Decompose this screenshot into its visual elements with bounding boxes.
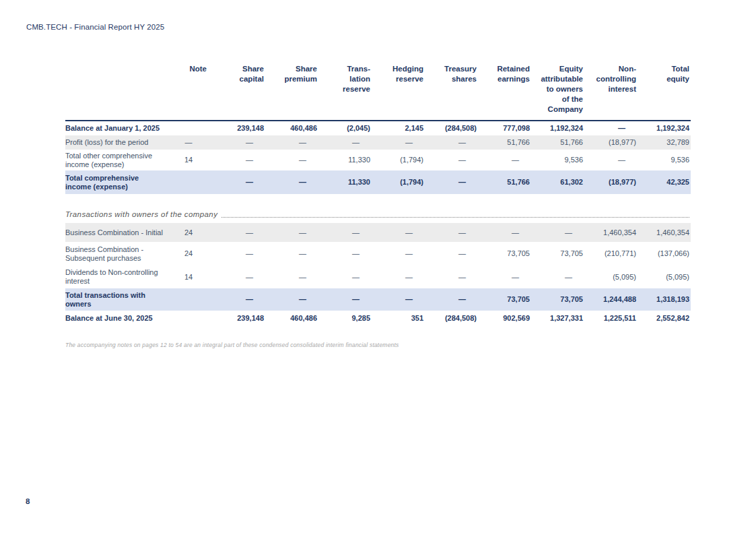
section-spacer: [65, 194, 691, 206]
value-cell: —: [212, 288, 265, 311]
value-cell: —: [372, 135, 425, 150]
value-cell: —: [372, 223, 425, 242]
value-cell: 9,285: [318, 311, 372, 326]
column-header-share-capital: Share capital: [212, 63, 265, 121]
column-header-translation-reserve: Trans- lation reserve: [318, 63, 372, 121]
value-cell: 9,536: [531, 150, 584, 170]
note-cell: 24: [174, 223, 212, 242]
dotted-divider: [221, 217, 689, 218]
section-label: Transactions with owners of the company: [65, 210, 221, 220]
value-cell: 73,705: [531, 242, 584, 265]
section-header-row: Transactions with owners of the company: [65, 206, 691, 223]
value-cell: 73,705: [478, 288, 531, 311]
value-cell: 51,766: [531, 135, 584, 150]
value-cell: 1,327,331: [531, 311, 584, 326]
value-cell: —: [265, 242, 318, 265]
table-row-dividends-nci: Dividends to Non-controlling interest 14…: [65, 265, 691, 288]
value-cell: 1,192,324: [638, 121, 691, 135]
value-cell: (1,794): [372, 170, 425, 194]
value-cell: (18,977): [584, 170, 638, 194]
value-cell: —: [425, 170, 478, 194]
value-cell: —: [372, 288, 425, 311]
table-row-balance-june: Balance at June 30, 2025 239,148 460,486…: [65, 311, 691, 326]
value-cell: 9,536: [638, 150, 691, 170]
value-cell: 42,325: [638, 170, 691, 194]
value-cell: (5,095): [638, 265, 691, 288]
value-cell: 32,789: [638, 135, 691, 150]
value-cell: 1,318,193: [638, 288, 691, 311]
table-row-business-combination-initial: Business Combination - Initial 24 — — — …: [65, 223, 691, 242]
value-cell: (284,508): [425, 311, 478, 326]
value-cell: —: [265, 288, 318, 311]
value-cell: 351: [372, 311, 425, 326]
equity-table: Note Share capital Share premium Trans- …: [65, 63, 691, 326]
value-cell: —: [265, 170, 318, 194]
value-cell: 777,098: [478, 121, 531, 135]
value-cell: —: [584, 121, 638, 135]
row-label: Total comprehensive income (expense): [65, 170, 174, 194]
value-cell: —: [425, 135, 478, 150]
table-row-profit-loss: Profit (loss) for the period — — — — — —…: [65, 135, 691, 150]
column-header-hedging-reserve: Hedging reserve: [372, 63, 425, 121]
value-cell: —: [318, 135, 372, 150]
value-cell: (137,066): [638, 242, 691, 265]
note-cell: 24: [174, 242, 212, 265]
value-cell: (210,771): [584, 242, 638, 265]
value-cell: —: [478, 150, 531, 170]
column-header-non-controlling-interest: Non- controlling interest: [584, 63, 638, 121]
table-header: Note Share capital Share premium Trans- …: [65, 63, 691, 121]
column-header-equity-attributable: Equity attributable to owners of the Com…: [531, 63, 584, 121]
value-cell: —: [265, 223, 318, 242]
value-cell: 51,766: [478, 135, 531, 150]
value-cell: —: [265, 150, 318, 170]
column-header-total-equity: Total equity: [638, 63, 691, 121]
value-cell: —: [425, 265, 478, 288]
value-cell: —: [531, 223, 584, 242]
value-cell: —: [318, 242, 372, 265]
value-cell: —: [212, 170, 265, 194]
value-cell: (18,977): [584, 135, 638, 150]
value-cell: 902,569: [478, 311, 531, 326]
column-header-share-premium: Share premium: [265, 63, 318, 121]
table-row-total-other-comprehensive: Total other comprehensive income (expens…: [65, 150, 691, 170]
value-cell: 2,145: [372, 121, 425, 135]
value-cell: —: [372, 242, 425, 265]
value-cell: —: [265, 135, 318, 150]
row-label: Business Combination - Initial: [65, 223, 174, 242]
value-cell: (2,045): [318, 121, 372, 135]
column-header-retained-earnings: Retained earnings: [478, 63, 531, 121]
value-cell: —: [318, 223, 372, 242]
value-cell: —: [478, 265, 531, 288]
value-cell: (1,794): [372, 150, 425, 170]
value-cell: 11,330: [318, 170, 372, 194]
value-cell: —: [212, 223, 265, 242]
statement-of-changes-in-equity: Note Share capital Share premium Trans- …: [65, 63, 691, 348]
value-cell: 460,486: [265, 311, 318, 326]
value-cell: 1,244,488: [584, 288, 638, 311]
note-cell: 14: [174, 150, 212, 170]
note-cell: [174, 170, 212, 194]
value-cell: —: [265, 265, 318, 288]
table-row-business-combination-subsequent: Business Combination - Subsequent purcha…: [65, 242, 691, 265]
row-label: Total other comprehensive income (expens…: [65, 150, 174, 170]
value-cell: —: [425, 150, 478, 170]
value-cell: —: [318, 288, 372, 311]
value-cell: (284,508): [425, 121, 478, 135]
note-cell: [174, 121, 212, 135]
column-header-treasury-shares: Treasury shares: [425, 63, 478, 121]
value-cell: —: [212, 265, 265, 288]
value-cell: 61,302: [531, 170, 584, 194]
value-cell: 1,225,511: [584, 311, 638, 326]
value-cell: —: [425, 242, 478, 265]
row-label: Balance at June 30, 2025: [65, 311, 174, 326]
value-cell: (5,095): [584, 265, 638, 288]
row-label: Profit (loss) for the period: [65, 135, 174, 150]
note-cell: [174, 311, 212, 326]
footnote: The accompanying notes on pages 12 to 54…: [65, 342, 691, 348]
note-cell: —: [174, 135, 212, 150]
report-title: CMB.TECH - Financial Report HY 2025: [26, 23, 164, 31]
row-label: Total transactions with owners: [65, 288, 174, 311]
row-label: Dividends to Non-controlling interest: [65, 265, 174, 288]
value-cell: 460,486: [265, 121, 318, 135]
value-cell: 73,705: [478, 242, 531, 265]
